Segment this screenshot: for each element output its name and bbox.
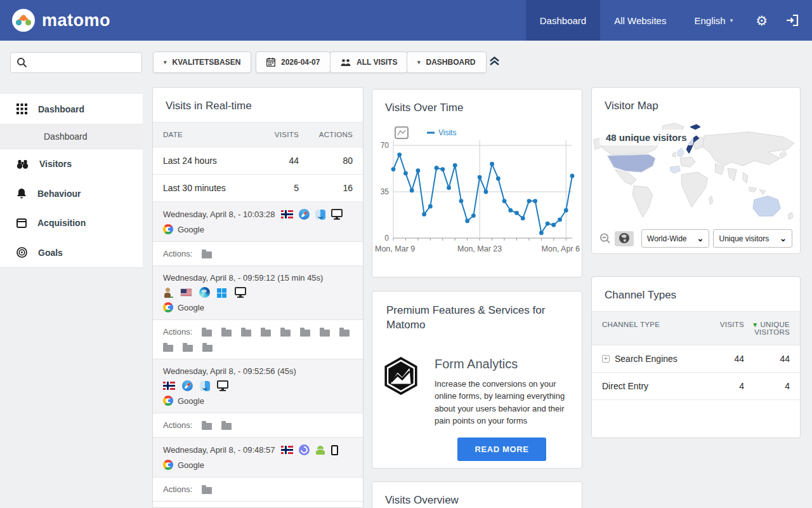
nav-tab-language[interactable]: English ▾	[680, 0, 747, 41]
caret-down-icon: ▾	[164, 59, 167, 65]
svg-text:Mon, Mar 23: Mon, Mar 23	[457, 244, 502, 253]
samsung-internet-icon	[299, 444, 310, 455]
site-selector-label: KVALITETSBASEN	[173, 58, 241, 67]
search-field[interactable]	[27, 58, 136, 67]
google-referrer-icon	[163, 224, 173, 234]
sidebar-item-visitors[interactable]: Visitors	[0, 149, 143, 178]
channel-label[interactable]: Direct Entry	[602, 381, 648, 391]
desktop-icon	[331, 209, 343, 217]
norway-flag-icon	[281, 446, 293, 454]
widget-channel-types: Channel Types CHANNEL TYPE VISITS ▼UNIQU…	[591, 276, 801, 438]
desktop-icon	[217, 380, 228, 389]
visit-datetime: Wednesday, April 8, - 09:52:56 (45s)	[163, 366, 296, 376]
column-header-actions[interactable]: ACTIONS	[299, 131, 353, 138]
actions-label: Actions:	[163, 420, 192, 430]
widget-premium-features: Premium Features & Services for Matomo F…	[372, 291, 582, 469]
column-header-date[interactable]: DATE	[163, 131, 254, 138]
safari-icon	[299, 209, 310, 220]
matomo-logo[interactable]: matomo	[11, 8, 110, 32]
google-referrer-icon	[163, 302, 173, 312]
sidebar-item-goals[interactable]: Goals	[0, 237, 143, 267]
map-metric-value: Unique visitors	[719, 234, 769, 243]
visit-icons	[163, 287, 246, 298]
language-label: English	[694, 15, 725, 26]
sidebar-item-label: Goals	[38, 248, 63, 258]
android-icon	[315, 445, 325, 455]
globe-icon	[619, 232, 630, 244]
column-header-visits[interactable]: VISITS	[706, 321, 744, 328]
expand-row-icon[interactable]: +	[602, 355, 610, 363]
search-icon	[16, 57, 27, 68]
column-header-channel-type[interactable]: CHANNEL TYPE	[602, 321, 706, 328]
actions-label: Actions:	[163, 327, 192, 337]
segment-label: ALL VISITS	[357, 58, 397, 67]
smartphone-icon	[331, 445, 338, 455]
sidebar-item-label: Visitors	[39, 159, 72, 169]
folder-icon	[202, 345, 213, 352]
widget-visits-overview: Visits Overview	[372, 481, 582, 508]
widget-title: Visitor Map	[592, 88, 800, 122]
table-row: Last 30 minutes 5 16	[153, 175, 363, 202]
globe-view-button[interactable]	[615, 231, 634, 246]
table-row: Direct Entry 4 4	[592, 373, 800, 400]
channel-unique-visitors: 4	[744, 381, 790, 391]
sidebar-item-label: Acquisition	[37, 218, 86, 228]
folder-icon	[202, 423, 212, 430]
desktop-icon	[235, 287, 246, 295]
column-header-unique-visitors[interactable]: ▼UNIQUE VISITORS	[744, 321, 790, 336]
column-header-visits[interactable]: VISITS	[254, 131, 299, 138]
nav-tab-dashboard[interactable]: Dashboard	[526, 0, 600, 41]
referrer-label: Google	[178, 396, 204, 406]
left-sidebar: Dashboard Dashboard Visitors Behaviour A…	[0, 94, 143, 268]
chevron-down-icon: ⌄	[780, 234, 787, 243]
table-row: Last 24 hours 44 80	[153, 147, 363, 175]
search-input[interactable]	[10, 52, 142, 73]
dashboard-selector-button[interactable]: ▾ DASHBOARD	[407, 51, 487, 73]
visit-icons	[281, 444, 338, 455]
widget-title: Visits in Real-time	[153, 88, 363, 122]
folder-icon	[339, 330, 350, 337]
folder-icon	[241, 330, 251, 337]
svg-text:0: 0	[384, 234, 389, 243]
double-chevron-up-icon	[489, 57, 500, 66]
channel-visits: 4	[706, 381, 744, 391]
actions-label: Actions:	[163, 249, 192, 258]
map-country-uk	[678, 148, 684, 157]
sign-in-icon[interactable]	[776, 0, 812, 41]
sidebar-item-behaviour[interactable]: Behaviour	[0, 178, 143, 208]
folder-icon	[221, 330, 232, 337]
settings-gear-icon[interactable]: ⚙	[747, 0, 776, 41]
channel-types-table-header: CHANNEL TYPE VISITS ▼UNIQUE VISITORS	[592, 311, 800, 345]
svg-text:70: 70	[381, 141, 390, 150]
visit-actions-row: Actions:	[153, 478, 363, 502]
map-region-value: World-Wide	[647, 234, 686, 243]
read-more-button[interactable]: READ MORE	[457, 438, 547, 461]
folder-icon	[280, 330, 291, 337]
people-icon	[341, 58, 351, 67]
date-range-button[interactable]: 2026-04-07	[256, 51, 331, 73]
channel-label[interactable]: Search Engines	[615, 354, 678, 364]
form-analytics-logo-icon	[383, 357, 419, 395]
google-referrer-icon	[163, 396, 173, 406]
map-metric-select[interactable]: Unique visitors ⌄	[713, 229, 792, 248]
visits-over-time-line-chart[interactable]: 03570Mon, Mar 9Mon, Mar 23Mon, Apr 6Visi…	[374, 125, 580, 261]
map-region-select[interactable]: World-Wide ⌄	[641, 229, 709, 248]
referrer-label: Google	[178, 225, 204, 234]
segment-selector-button[interactable]: ALL VISITS	[330, 51, 408, 73]
sidebar-item-dashboard-sub[interactable]: Dashboard	[0, 124, 143, 149]
referrer-label: Google	[178, 460, 204, 470]
browser-window-icon	[16, 218, 27, 228]
channel-visits: 44	[706, 354, 744, 364]
returning-visitor-icon	[163, 288, 173, 298]
site-selector-button[interactable]: ▾ KVALITETSBASEN	[153, 51, 251, 73]
sidebar-item-dashboard-category[interactable]: Dashboard	[0, 94, 143, 124]
folder-icon	[202, 251, 212, 258]
visit-row: Wednesday, April 8, - 09:52:56 (45s) Goo…	[153, 359, 363, 413]
sidebar-item-acquisition[interactable]: Acquisition	[0, 208, 143, 237]
zoom-out-icon[interactable]	[599, 232, 611, 244]
nav-tab-all-websites[interactable]: All Websites	[600, 0, 680, 41]
row-actions: 16	[299, 183, 353, 193]
collapse-top-controls-button[interactable]	[489, 57, 500, 69]
row-label: Last 24 hours	[163, 156, 254, 166]
widget-title: Visits Over Time	[372, 90, 582, 124]
